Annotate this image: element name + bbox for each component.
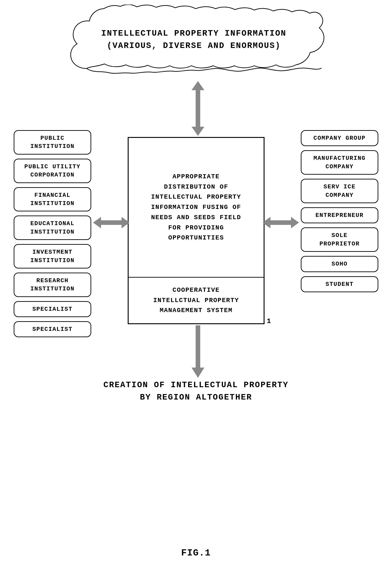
entity-soho: SOHO bbox=[301, 256, 378, 272]
svg-rect-3 bbox=[100, 220, 123, 225]
right-entities: COMPANY GROUP MANUFACTURINGCOMPANY SERV … bbox=[301, 130, 378, 292]
entity-research-institution: RESEARCHINSTITUTION bbox=[14, 272, 91, 297]
arrow-top-vertical bbox=[189, 81, 206, 136]
entity-public-institution: PUBLICINSTITUTION bbox=[14, 130, 91, 155]
center-box-lower-text: COOPERATIVEINTELLCTUAL PROPERTYMANAGEMEN… bbox=[153, 285, 239, 316]
entity-manufacturing-company: MANUFACTURINGCOMPANY bbox=[301, 150, 378, 175]
entity-financial-institution: FINANCIALINSTITUTION bbox=[14, 187, 91, 212]
cloud-text: INTELLECTUAL PROPERTY INFORMATION (VARIO… bbox=[57, 27, 331, 52]
center-box-label: 1 bbox=[267, 317, 271, 325]
svg-marker-2 bbox=[192, 127, 204, 136]
cloud-line2: (VARIOUS, DIVERSE AND ENORMOUS) bbox=[57, 40, 331, 52]
entity-educational-institution: EDUCATIONALINSTITUTION bbox=[14, 215, 91, 240]
arrow-bottom-vertical bbox=[189, 325, 206, 378]
svg-marker-10 bbox=[192, 368, 204, 378]
svg-marker-8 bbox=[291, 217, 299, 228]
arrow-right-horizontal bbox=[262, 216, 299, 229]
entity-specialist-1: SPECIALIST bbox=[14, 301, 91, 317]
center-box-lower: COOPERATIVEINTELLCTUAL PROPERTYMANAGEMEN… bbox=[128, 278, 264, 323]
left-entities: PUBLICINSTITUTION PUBLIC UTILITYCORPORAT… bbox=[14, 130, 91, 337]
arrow-left-horizontal bbox=[93, 216, 130, 229]
center-box-upper: APPROPRIATEDISTRIBUTION OFINTELLECTUAL P… bbox=[128, 138, 264, 278]
bottom-line2: BY REGION ALTOGETHER bbox=[0, 391, 392, 404]
entity-specialist-2: SPECIALIST bbox=[14, 321, 91, 337]
diagram-container: INTELLECTUAL PROPERTY INFORMATION (VARIO… bbox=[0, 0, 392, 584]
fig-label: FIG.1 bbox=[0, 548, 392, 558]
svg-rect-0 bbox=[196, 88, 200, 129]
svg-marker-7 bbox=[262, 217, 270, 228]
svg-rect-9 bbox=[196, 325, 200, 369]
svg-rect-6 bbox=[269, 220, 292, 225]
entity-company-group: COMPANY GROUP bbox=[301, 130, 378, 146]
entity-service-company: SERV ICECOMPANY bbox=[301, 179, 378, 203]
cloud-line1: INTELLECTUAL PROPERTY INFORMATION bbox=[57, 27, 331, 40]
svg-marker-4 bbox=[93, 217, 101, 228]
entity-sole-proprietor: SOLEPROPRIETOR bbox=[301, 227, 378, 252]
bottom-text: CREATION OF INTELLECTUAL PROPERTY BY REG… bbox=[0, 379, 392, 404]
entity-public-utility-corporation: PUBLIC UTILITYCORPORATION bbox=[14, 159, 91, 183]
entity-student: STUDENT bbox=[301, 276, 378, 292]
center-box-upper-text: APPROPRIATEDISTRIBUTION OFINTELLECTUAL P… bbox=[151, 172, 241, 243]
bottom-line1: CREATION OF INTELLECTUAL PROPERTY bbox=[0, 379, 392, 391]
center-box: APPROPRIATEDISTRIBUTION OFINTELLECTUAL P… bbox=[128, 137, 264, 324]
svg-marker-1 bbox=[192, 81, 204, 90]
svg-marker-5 bbox=[122, 217, 130, 228]
entity-entrepreneur: ENTREPRENEUR bbox=[301, 207, 378, 223]
entity-investment-institution: INVESTMENTINSTITUTION bbox=[14, 244, 91, 268]
